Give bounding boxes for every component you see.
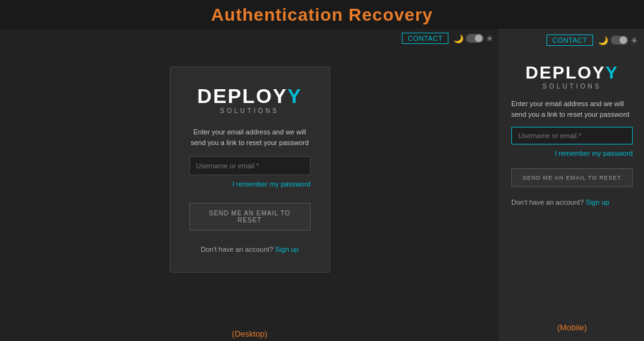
mobile-panel: CONTACT 🌙 ✳ DEPLOYY SOLUTIONS Enter your…	[499, 29, 644, 341]
mobile-sun-icon: ✳	[631, 36, 638, 45]
mobile-logo-deploy: DEPLOY	[526, 63, 606, 82]
desktop-theme-toggle[interactable]: 🌙 ✳	[453, 34, 493, 43]
mobile-signup-static-text: Don't have an account?	[511, 198, 584, 206]
page-title: Authentication Recovery	[0, 0, 644, 29]
mobile-toggle-track[interactable]	[611, 36, 628, 45]
desktop-email-input[interactable]	[189, 156, 311, 175]
desktop-signup-link[interactable]: Sign up	[275, 246, 299, 253]
desktop-logo-deploy: DEPLOY	[197, 85, 288, 107]
mobile-remember-link[interactable]: I remember my password	[511, 149, 633, 157]
mobile-theme-toggle[interactable]: 🌙 ✳	[598, 36, 638, 45]
mobile-logo-text: DEPLOYY	[511, 64, 633, 82]
desktop-reset-button[interactable]: SEND ME AN EMAIL TO RESET	[189, 203, 311, 230]
desktop-logo-y: Y	[287, 85, 302, 107]
mobile-moon-icon: 🌙	[598, 36, 608, 45]
desktop-signup-static-text: Don't have an account?	[201, 246, 273, 253]
mobile-logo-solutions: SOLUTIONS	[511, 83, 633, 90]
mobile-logo: DEPLOYY SOLUTIONS	[511, 64, 633, 90]
desktop-signup-text: Don't have an account? Sign up	[201, 246, 299, 253]
desktop-logo-text: DEPLOYY	[197, 86, 303, 106]
moon-icon: 🌙	[453, 34, 464, 43]
toggle-track[interactable]	[466, 34, 484, 43]
mobile-email-input[interactable]	[511, 127, 633, 144]
mobile-logo-y: Y	[606, 63, 619, 82]
mobile-reset-button[interactable]: SEND ME AN EMAIL TO RESET	[511, 168, 633, 187]
desktop-logo: DEPLOYY SOLUTIONS	[197, 86, 303, 114]
desktop-contact-button[interactable]: CONTACT	[402, 33, 448, 44]
desktop-description: Enter your email address and we will sen…	[189, 127, 311, 148]
mobile-toggle-knob	[619, 36, 627, 44]
toggle-knob	[475, 35, 482, 42]
desktop-label: (Desktop)	[232, 324, 267, 341]
sun-icon: ✳	[486, 34, 493, 43]
mobile-content: DEPLOYY SOLUTIONS Enter your email addre…	[500, 51, 644, 341]
desktop-nav-bar: CONTACT 🌙 ✳	[0, 29, 499, 48]
desktop-logo-solutions: SOLUTIONS	[197, 107, 303, 114]
mobile-label: (Mobile)	[511, 318, 633, 337]
mobile-contact-button[interactable]: CONTACT	[547, 35, 593, 46]
mobile-signup-text: Don't have an account? Sign up	[511, 198, 633, 206]
desktop-auth-card: DEPLOYY SOLUTIONS Enter your email addre…	[170, 67, 330, 273]
desktop-remember-link[interactable]: I remember my password	[189, 180, 311, 188]
desktop-panel: CONTACT 🌙 ✳ DEPLOYY SOLUTIONS Enter your…	[0, 29, 499, 341]
mobile-signup-link[interactable]: Sign up	[586, 198, 609, 206]
mobile-nav-bar: CONTACT 🌙 ✳	[500, 29, 644, 51]
mobile-description: Enter your email address and we will sen…	[511, 99, 633, 119]
